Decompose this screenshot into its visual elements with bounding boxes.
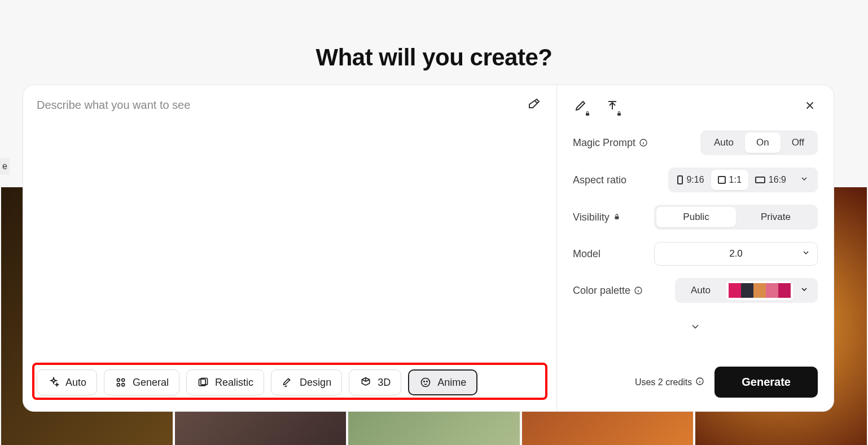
credits-label: Uses 2 credits: [635, 377, 692, 387]
swatch: [766, 283, 778, 298]
lock-icon: [616, 109, 622, 116]
prompt-area: [37, 99, 543, 363]
setting-label-text: Aspect ratio: [573, 174, 626, 186]
create-panel: Auto General Realistic Design 3D Anime: [23, 85, 834, 412]
style-chip-3d[interactable]: 3D: [349, 369, 401, 395]
style-chip-general[interactable]: General: [104, 369, 179, 395]
svg-point-2: [117, 384, 120, 386]
svg-point-3: [122, 384, 125, 386]
info-icon[interactable]: [634, 286, 643, 295]
info-icon[interactable]: [639, 138, 648, 147]
swatch: [778, 283, 791, 298]
face-icon: [419, 376, 432, 389]
expand-settings-button[interactable]: [573, 321, 818, 334]
magic-prompt-segmented: Auto On Off: [700, 130, 818, 155]
settings-toolbar: [573, 99, 818, 114]
svg-point-6: [422, 378, 430, 387]
aspect-ratio-segmented: 9:16 1:1 16:9: [668, 168, 818, 192]
style-selector-row: Auto General Realistic Design 3D Anime: [32, 363, 547, 400]
clear-prompt-button[interactable]: [525, 96, 543, 114]
svg-point-1: [122, 378, 125, 381]
visibility-private[interactable]: Private: [736, 207, 816, 227]
aspect-portrait-icon: [677, 175, 683, 184]
prompt-input[interactable]: [37, 99, 543, 363]
generate-button[interactable]: Generate: [714, 367, 818, 398]
style-chip-label: Design: [300, 377, 331, 389]
lock-icon: [613, 212, 621, 223]
color-palette-control: Auto: [675, 278, 818, 303]
style-chip-label: Anime: [437, 377, 466, 389]
visibility-segmented: Public Private: [654, 205, 818, 230]
aspect-square-icon: [718, 176, 726, 184]
prompt-section: Auto General Realistic Design 3D Anime: [23, 85, 557, 411]
pen-icon: [282, 376, 294, 389]
photo-icon: [197, 376, 209, 389]
setting-row-aspect-ratio: Aspect ratio 9:16 1:1 16:9: [573, 168, 818, 192]
setting-label: Model: [573, 248, 600, 260]
eraser-icon: [527, 98, 541, 113]
upload-locked-button[interactable]: [604, 99, 620, 114]
edit-locked-button[interactable]: [573, 99, 589, 114]
style-chip-label: Realistic: [215, 377, 253, 389]
setting-label-text: Model: [573, 248, 600, 260]
setting-label: Visibility: [573, 212, 621, 223]
palette-auto-button[interactable]: Auto: [677, 280, 724, 301]
visibility-public[interactable]: Public: [656, 207, 736, 227]
aspect-16-9[interactable]: 16:9: [748, 170, 793, 190]
chevron-down-icon: [800, 286, 809, 296]
close-icon: [804, 99, 816, 114]
magic-prompt-auto[interactable]: Auto: [703, 133, 745, 153]
grid-icon: [115, 376, 127, 389]
palette-more-button[interactable]: [793, 285, 816, 296]
style-chip-label: 3D: [378, 377, 391, 389]
aspect-9-16[interactable]: 9:16: [670, 170, 711, 190]
palette-swatches[interactable]: [726, 281, 793, 300]
setting-label: Aspect ratio: [573, 174, 626, 186]
setting-row-color-palette: Color palette Auto: [573, 278, 818, 303]
lock-icon: [584, 109, 591, 116]
magic-prompt-on[interactable]: On: [745, 133, 781, 153]
info-icon[interactable]: [695, 377, 704, 388]
style-chip-auto[interactable]: Auto: [37, 369, 97, 395]
style-chip-realistic[interactable]: Realistic: [186, 369, 264, 395]
style-chip-label: Auto: [65, 377, 86, 389]
settings-section: Magic Prompt Auto On Off Aspect ratio 9:…: [557, 85, 834, 411]
setting-label-text: Magic Prompt: [573, 137, 635, 149]
svg-rect-10: [617, 113, 621, 116]
setting-row-model: Model 2.0: [573, 242, 818, 266]
setting-row-magic-prompt: Magic Prompt Auto On Off: [573, 130, 818, 155]
swatch: [753, 283, 766, 298]
aspect-label: 1:1: [729, 175, 742, 185]
cropped-side-label: e: [0, 158, 10, 175]
model-value: 2.0: [729, 248, 743, 259]
settings-footer: Uses 2 credits Generate: [573, 367, 818, 398]
cube-icon: [360, 376, 372, 389]
swatch: [729, 283, 741, 298]
setting-label-text: Color palette: [573, 285, 630, 297]
aspect-landscape-icon: [755, 177, 765, 183]
svg-point-7: [424, 381, 425, 382]
svg-rect-9: [586, 113, 589, 116]
setting-row-visibility: Visibility Public Private: [573, 205, 818, 230]
magic-prompt-off[interactable]: Off: [781, 133, 816, 153]
svg-point-0: [117, 378, 120, 381]
svg-point-8: [427, 381, 428, 382]
style-chip-label: General: [133, 377, 169, 389]
aspect-label: 16:9: [769, 175, 786, 185]
sparkle-icon: [47, 376, 60, 389]
style-chip-design[interactable]: Design: [271, 369, 342, 395]
aspect-more-button[interactable]: [793, 170, 816, 190]
model-dropdown[interactable]: 2.0: [654, 242, 818, 266]
setting-label: Color palette: [573, 285, 643, 297]
style-chip-anime[interactable]: Anime: [408, 369, 477, 395]
aspect-1-1[interactable]: 1:1: [711, 170, 748, 190]
setting-label-text: Visibility: [573, 212, 610, 223]
aspect-label: 9:16: [686, 175, 704, 185]
page-title: What will you create?: [0, 44, 868, 71]
swatch: [741, 283, 753, 298]
credits-text: Uses 2 credits: [635, 377, 704, 388]
close-settings-button[interactable]: [802, 99, 818, 114]
chevron-down-icon: [690, 321, 701, 334]
svg-rect-12: [615, 216, 619, 219]
setting-label: Magic Prompt: [573, 137, 648, 149]
